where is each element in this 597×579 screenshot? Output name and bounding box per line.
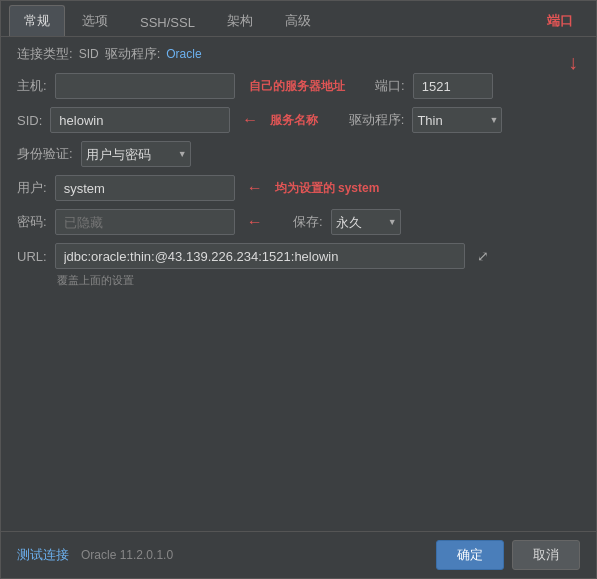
dialog: 常规 选项 SSH/SSL 架构 高级 端口 连接类型: SID 驱动程序: O… xyxy=(0,0,597,579)
driver-label-small: 驱动程序: xyxy=(105,45,161,63)
save-label: 保存: xyxy=(293,213,323,231)
expand-icon[interactable]: ⤢ xyxy=(477,248,489,264)
tab-ssh-ssl[interactable]: SSH/SSL xyxy=(125,8,210,36)
conn-type-row: 连接类型: SID 驱动程序: Oracle xyxy=(1,37,596,67)
driver-select[interactable]: Thin OCI xyxy=(412,107,502,133)
footer: 测试连接 Oracle 11.2.0.1.0 确定 取消 xyxy=(1,531,596,578)
tab-options[interactable]: 选项 xyxy=(67,5,123,36)
conn-type-value: SID xyxy=(79,47,99,61)
password-row: 密码: ← 保存: 永久 询问 从不 xyxy=(17,209,580,235)
url-input[interactable] xyxy=(55,243,465,269)
url-hint: 覆盖上面的设置 xyxy=(17,273,580,288)
driver-select-wrapper: Thin OCI xyxy=(412,107,502,133)
driver-label: 驱动程序: xyxy=(349,111,405,129)
user-input[interactable] xyxy=(55,175,235,201)
sid-annotation: 服务名称 xyxy=(270,112,318,129)
password-label: 密码: xyxy=(17,213,47,231)
url-label: URL: xyxy=(17,249,47,264)
user-row: 用户: ← 均为设置的 system xyxy=(17,175,580,201)
conn-type-label: 连接类型: xyxy=(17,45,73,63)
cancel-button[interactable]: 取消 xyxy=(512,540,580,570)
save-select[interactable]: 永久 询问 从不 xyxy=(331,209,401,235)
password-input[interactable] xyxy=(55,209,235,235)
auth-select[interactable]: 用户与密码 xyxy=(81,141,191,167)
auth-select-wrapper: 用户与密码 xyxy=(81,141,191,167)
auth-row: 身份验证: 用户与密码 xyxy=(17,141,580,167)
sid-arrow-icon: ← xyxy=(242,111,258,129)
form-content: 主机: 自己的服务器地址 端口: ↓ SID: ← 服务名称 驱动程序: Thi… xyxy=(1,67,596,531)
confirm-button[interactable]: 确定 xyxy=(436,540,504,570)
host-input[interactable] xyxy=(55,73,235,99)
url-row: URL: ⤢ xyxy=(17,243,580,269)
sid-label: SID: xyxy=(17,113,42,128)
driver-oracle-link[interactable]: Oracle xyxy=(166,47,201,61)
auth-label: 身份验证: xyxy=(17,145,73,163)
tab-advanced[interactable]: 高级 xyxy=(270,5,326,36)
password-arrow-icon: ← xyxy=(247,213,263,231)
tab-schema[interactable]: 架构 xyxy=(212,5,268,36)
test-connection-link[interactable]: 测试连接 xyxy=(17,546,69,564)
user-label: 用户: xyxy=(17,179,47,197)
save-select-wrapper: 永久 询问 从不 xyxy=(331,209,401,235)
version-label: Oracle 11.2.0.1.0 xyxy=(81,548,173,562)
host-annotation: 自己的服务器地址 xyxy=(249,78,345,95)
footer-buttons: 确定 取消 xyxy=(436,540,580,570)
port-arrow-icon: ↓ xyxy=(568,51,578,74)
user-annotation: 均为设置的 system xyxy=(275,180,380,197)
host-label: 主机: xyxy=(17,77,47,95)
user-arrow-icon: ← xyxy=(247,179,263,197)
sid-input[interactable] xyxy=(50,107,230,133)
port-label: 端口: xyxy=(375,77,405,95)
empty-area xyxy=(17,292,580,525)
tab-general[interactable]: 常规 xyxy=(9,5,65,36)
port-input[interactable] xyxy=(413,73,493,99)
tabs-bar: 常规 选项 SSH/SSL 架构 高级 端口 xyxy=(1,1,596,37)
host-row: 主机: 自己的服务器地址 端口: ↓ xyxy=(17,73,580,99)
tab-port[interactable]: 端口 xyxy=(532,5,588,36)
sid-row: SID: ← 服务名称 驱动程序: Thin OCI xyxy=(17,107,580,133)
